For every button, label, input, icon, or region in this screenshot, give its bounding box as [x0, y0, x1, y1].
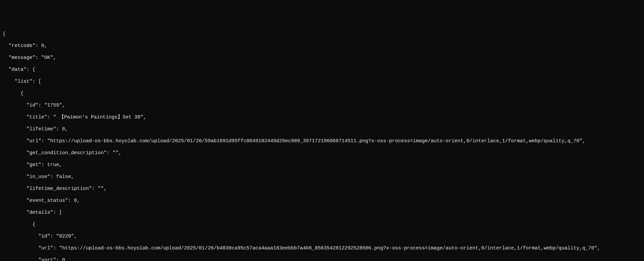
value-list-get: true: [47, 162, 59, 168]
json-line: "id": "8220",: [3, 234, 641, 239]
json-line: "sort": 0: [3, 257, 641, 261]
value-list-inuse: false: [56, 174, 71, 180]
json-line: "title": " 【Paimon's Paintings】Set 38",: [3, 114, 641, 120]
json-line: "id": "1759",: [3, 103, 641, 109]
json-line: "lifetime_description": "",: [3, 186, 641, 192]
json-line: "details": [: [3, 210, 641, 216]
value-message: OK: [44, 55, 50, 61]
json-viewer: { "retcode": 0, "message": "OK", "data":…: [0, 24, 644, 261]
json-line: "data": {: [3, 67, 641, 73]
value-list-lifetime: 0: [62, 126, 65, 132]
json-line: "retcode": 0,: [3, 43, 641, 49]
value-detail-url: https://upload-os-bbs.hoyolab.com/upload…: [62, 245, 594, 251]
json-line: "list": [: [3, 79, 641, 85]
json-line: {: [3, 222, 641, 228]
json-line: {: [3, 31, 641, 37]
json-line: "url": "https://upload-os-bbs.hoyolab.co…: [3, 138, 641, 144]
json-line: "event_status": 0,: [3, 198, 641, 204]
value-detail-id: 8220: [59, 234, 71, 239]
json-line: {: [3, 91, 641, 97]
json-line: "get": true,: [3, 162, 641, 168]
value-retcode: 0: [41, 43, 44, 49]
value-detail-sort: 0: [62, 257, 65, 261]
value-list-es: 0: [74, 198, 77, 203]
json-line: "lifetime": 0,: [3, 126, 641, 132]
json-line: "in_use": false,: [3, 174, 641, 180]
value-list-id: 1759: [47, 103, 59, 108]
json-line: "get_condition_description": "",: [3, 150, 641, 156]
value-list-url: https://upload-os-bbs.hoyolab.com/upload…: [50, 138, 579, 144]
json-line: "url": "https://upload-os-bbs.hoyolab.co…: [3, 245, 641, 251]
value-list-title: 【Paimon's Paintings】Set 38: [56, 114, 140, 120]
json-line: "message": "OK",: [3, 55, 641, 61]
